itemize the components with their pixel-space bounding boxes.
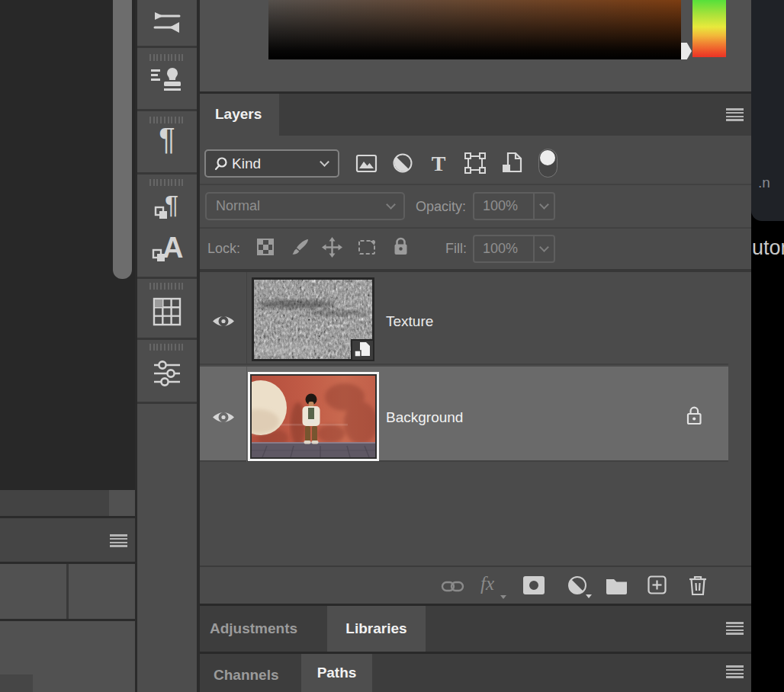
swatches-icon[interactable] — [150, 296, 184, 328]
panel-menu-icon[interactable] — [110, 534, 127, 547]
pixel-layer-filter-icon[interactable] — [355, 152, 378, 175]
dock-grip-handle[interactable] — [149, 344, 185, 351]
divider — [137, 338, 197, 340]
fx-icon[interactable]: fx — [480, 573, 506, 597]
divider — [137, 109, 197, 111]
tab-row-adjustments-libraries: Adjustments Libraries — [200, 606, 751, 652]
blend-mode-value: Normal — [207, 198, 387, 214]
type-layer-filter-icon[interactable]: T — [428, 152, 449, 175]
panel-menu-icon[interactable] — [726, 665, 744, 678]
fx-label: fx — [480, 573, 494, 594]
panel-corner-block — [0, 674, 33, 692]
tab-libraries[interactable]: Libraries — [327, 606, 426, 652]
toggle-knob — [540, 150, 555, 165]
fill-input[interactable]: 100% — [473, 235, 555, 263]
divider — [137, 172, 197, 175]
bottom-left-panel-body — [0, 621, 135, 692]
brush-settings-icon[interactable] — [150, 6, 184, 40]
smart-object-filter-icon[interactable] — [500, 151, 524, 175]
shape-layer-filter-icon[interactable] — [464, 152, 487, 175]
chevron-down-icon — [539, 200, 549, 210]
divider — [246, 272, 247, 365]
search-icon — [214, 156, 228, 171]
hue-slider-pointer[interactable] — [681, 43, 692, 59]
properties-panel-icon[interactable] — [150, 358, 184, 390]
background-window-area: .n utor — [751, 0, 784, 692]
scrollbar-corner — [109, 490, 135, 516]
lock-artboard-icon[interactable] — [355, 238, 378, 257]
lock-move-icon[interactable] — [322, 237, 342, 258]
bottom-left-panel-header — [0, 518, 135, 562]
blend-mode-dropdown[interactable]: Normal — [205, 192, 405, 220]
divider — [200, 227, 751, 229]
canvas-scrollbar-thumb[interactable] — [113, 0, 132, 279]
color-field[interactable] — [268, 0, 681, 59]
layer-thumbnail-texture[interactable] — [252, 277, 374, 361]
chevron-down-icon — [320, 157, 329, 167]
lock-transparency-icon[interactable] — [256, 238, 275, 256]
dock-grip-handle[interactable] — [149, 283, 185, 290]
opacity-dropdown-button[interactable] — [533, 194, 554, 219]
layer-row-background[interactable]: Background — [200, 367, 728, 462]
adjustment-circle-icon — [567, 575, 587, 595]
clipped-text-fragment: .n — [758, 175, 770, 191]
clipped-text-fragment: utor — [752, 236, 784, 260]
chevron-down-icon — [386, 200, 396, 210]
layer-row-texture[interactable]: Texture — [200, 272, 728, 365]
layers-panel-header: Layers — [200, 94, 751, 136]
divider — [246, 367, 247, 462]
background-photo — [252, 376, 375, 457]
visibility-eye-icon[interactable] — [212, 409, 235, 425]
tab-adjustments[interactable]: Adjustments — [210, 620, 297, 637]
fill-dropdown-button[interactable] — [533, 236, 554, 261]
clone-source-icon[interactable] — [149, 63, 185, 97]
tab-row-channels-paths: Channels Paths — [200, 654, 751, 692]
tab-libraries-label: Libraries — [345, 620, 406, 637]
opacity-input[interactable]: 100% — [473, 192, 555, 220]
new-group-icon[interactable] — [606, 577, 628, 594]
svg-text:A: A — [162, 232, 183, 264]
color-picker-strip — [200, 0, 751, 91]
delete-layer-icon[interactable] — [687, 574, 708, 597]
layers-panel-menu-icon[interactable] — [726, 108, 744, 121]
new-layer-icon[interactable] — [647, 575, 667, 595]
layer-name: Texture — [386, 313, 433, 330]
layer-lock-icon — [685, 405, 703, 426]
tab-paths[interactable]: Paths — [301, 654, 372, 692]
layers-tab-label: Layers — [215, 106, 262, 123]
photoshop-workspace: ¶ ¶ A — [0, 0, 784, 692]
link-icon[interactable] — [441, 577, 464, 595]
filter-kind-label: Kind — [232, 155, 261, 172]
adjustment-layer-filter-icon[interactable] — [392, 152, 413, 174]
smart-object-badge-icon — [352, 341, 373, 360]
lock-paint-icon[interactable] — [290, 236, 311, 258]
paragraph-panel-icon[interactable]: ¶ — [159, 122, 175, 156]
dock-grip-handle[interactable] — [149, 179, 185, 186]
divider — [66, 564, 69, 619]
opacity-value: 100% — [474, 198, 533, 214]
panel-dock: ¶ ¶ A — [137, 0, 197, 692]
hue-ramp[interactable] — [692, 0, 726, 57]
tab-paths-label: Paths — [317, 665, 357, 681]
paragraph-styles-icon[interactable]: ¶ — [149, 189, 185, 224]
dock-grip-handle[interactable] — [149, 54, 185, 61]
panel-menu-icon[interactable] — [726, 622, 744, 635]
fill-value: 100% — [474, 241, 533, 257]
lock-label: Lock: — [207, 241, 240, 257]
add-mask-icon[interactable] — [523, 576, 545, 594]
smart-object-badge — [351, 339, 374, 361]
divider — [200, 184, 751, 185]
divider — [137, 277, 197, 279]
tab-channels[interactable]: Channels — [214, 667, 279, 684]
lock-all-icon[interactable] — [392, 235, 410, 257]
filter-toggle-switch[interactable] — [538, 149, 557, 178]
layer-filter-kind-dropdown[interactable]: Kind — [204, 149, 339, 178]
new-adjustment-layer-icon[interactable] — [567, 575, 592, 598]
visibility-eye-icon[interactable] — [212, 313, 235, 329]
layer-thumbnail-background-selected[interactable] — [248, 372, 379, 461]
character-styles-icon[interactable]: A — [149, 230, 185, 267]
bottom-left-panel-cells — [0, 564, 135, 619]
chevron-down-icon — [539, 242, 549, 252]
divider — [200, 565, 751, 567]
tab-layers[interactable]: Layers — [200, 94, 279, 136]
